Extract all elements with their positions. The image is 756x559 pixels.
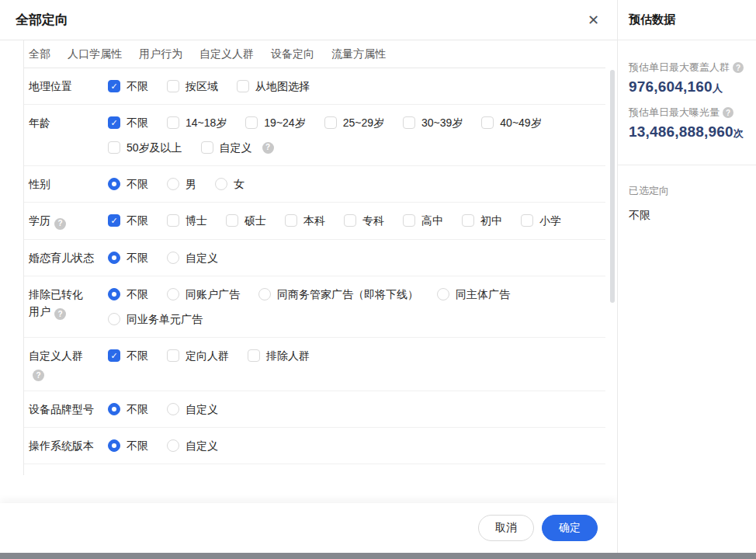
checked-checkbox-icon[interactable]: ✓ xyxy=(108,214,120,227)
tab-device-targeting[interactable]: 设备定向 xyxy=(271,47,314,61)
os-version-option-1[interactable]: 自定义 xyxy=(167,437,218,454)
network-type-option-5[interactable]: 2G xyxy=(385,474,418,475)
radio-icon[interactable] xyxy=(167,178,179,190)
os-version-option-0[interactable]: 不限 xyxy=(108,437,148,454)
checkbox-icon[interactable] xyxy=(344,214,356,227)
tab-user-behavior[interactable]: 用户行为 xyxy=(139,47,182,61)
help-icon-metric-daily-max-reach[interactable]: ? xyxy=(733,62,744,73)
gender-option-2[interactable]: 女 xyxy=(215,175,244,193)
age-option-1[interactable]: 14~18岁 xyxy=(167,114,227,131)
option-label: 14~18岁 xyxy=(186,114,227,131)
education-option-0[interactable]: ✓不限 xyxy=(108,212,148,229)
network-type-option-1[interactable]: Wi-Fi xyxy=(167,474,211,475)
checkbox-icon[interactable] xyxy=(521,214,533,227)
checked-checkbox-icon[interactable]: ✓ xyxy=(108,80,120,92)
help-icon-custom-audience[interactable]: ? xyxy=(33,370,44,381)
checkbox-icon[interactable] xyxy=(108,141,120,154)
age-option-2[interactable]: 19~24岁 xyxy=(245,114,305,131)
exclude-converted-users-option-0[interactable]: 不限 xyxy=(108,286,148,303)
network-type-option-2[interactable]: 5G xyxy=(230,474,263,475)
exclude-converted-users-option-2[interactable]: 同商务管家广告（即将下线） xyxy=(258,286,418,303)
network-type-option-3[interactable]: 4G xyxy=(281,474,314,475)
radio-icon[interactable] xyxy=(167,439,179,452)
tab-custom-audience[interactable]: 自定义人群 xyxy=(199,47,254,61)
checkbox-icon[interactable] xyxy=(403,214,415,227)
checkbox-icon[interactable] xyxy=(167,116,179,129)
checked-radio-icon[interactable] xyxy=(108,178,120,190)
marriage-parenting-option-1[interactable]: 自定义 xyxy=(167,249,218,266)
custom-audience-option-0[interactable]: ✓不限 xyxy=(108,347,148,364)
close-icon[interactable]: ✕ xyxy=(588,13,599,27)
checkbox-icon[interactable] xyxy=(201,141,213,154)
radio-icon[interactable] xyxy=(215,178,227,190)
education-option-2[interactable]: 硕士 xyxy=(226,212,266,229)
marriage-parenting-option-0[interactable]: 不限 xyxy=(108,249,148,266)
tab-traffic-attributes[interactable]: 流量方属性 xyxy=(331,47,386,61)
network-type-option-0[interactable]: ✓不限 xyxy=(108,474,148,475)
checkbox-icon[interactable] xyxy=(462,214,474,227)
network-type-option-4[interactable]: 3G xyxy=(333,474,366,475)
option-label: 硕士 xyxy=(244,212,266,229)
help-icon-metric-daily-max-impressions[interactable]: ? xyxy=(723,107,733,118)
checked-checkbox-icon[interactable]: ✓ xyxy=(108,116,120,129)
checkbox-icon[interactable] xyxy=(237,80,249,92)
checkbox-icon[interactable] xyxy=(167,214,179,227)
option-label: 2G xyxy=(404,474,418,475)
option-label: 不限 xyxy=(127,347,148,364)
age-option-0[interactable]: ✓不限 xyxy=(108,114,148,131)
checkbox-icon[interactable] xyxy=(167,349,179,362)
cancel-button[interactable]: 取消 xyxy=(478,515,534,541)
custom-audience-option-2[interactable]: 排除人群 xyxy=(248,347,310,364)
education-option-7[interactable]: 小学 xyxy=(521,212,561,229)
radio-icon[interactable] xyxy=(437,288,449,300)
tab-all[interactable]: 全部 xyxy=(29,47,50,61)
checkbox-icon[interactable] xyxy=(226,214,238,227)
exclude-converted-users-option-3[interactable]: 同主体广告 xyxy=(437,286,510,303)
checked-radio-icon[interactable] xyxy=(108,288,120,300)
education-option-1[interactable]: 博士 xyxy=(167,212,207,229)
help-icon-age-option-7[interactable]: ? xyxy=(262,142,274,154)
geo-location-option-1[interactable]: 按区域 xyxy=(167,78,218,95)
checkbox-icon[interactable] xyxy=(285,214,297,227)
education-option-5[interactable]: 高中 xyxy=(403,212,443,229)
radio-icon[interactable] xyxy=(167,288,179,300)
help-icon-education[interactable]: ? xyxy=(54,218,66,230)
help-icon-exclude-converted-users[interactable]: ? xyxy=(54,308,66,320)
custom-audience-option-1[interactable]: 定向人群 xyxy=(167,347,229,364)
option-label: 不限 xyxy=(127,114,148,131)
checkbox-icon[interactable] xyxy=(245,116,258,129)
checkbox-icon[interactable] xyxy=(403,116,415,129)
age-option-3[interactable]: 25~29岁 xyxy=(324,114,384,131)
education-option-4[interactable]: 专科 xyxy=(344,212,384,229)
device-brand-model-option-1[interactable]: 自定义 xyxy=(167,401,218,418)
checked-radio-icon[interactable] xyxy=(108,439,120,452)
confirm-button[interactable]: 确定 xyxy=(542,515,598,541)
checked-radio-icon[interactable] xyxy=(108,252,120,264)
checkbox-icon[interactable] xyxy=(167,80,179,92)
checkbox-icon[interactable] xyxy=(248,349,260,362)
age-option-7[interactable]: 自定义? xyxy=(201,139,274,156)
scrollbar-thumb[interactable] xyxy=(610,70,615,303)
device-brand-model-option-0[interactable]: 不限 xyxy=(108,401,148,418)
age-option-6[interactable]: 50岁及以上 xyxy=(108,139,182,156)
row-label-custom-audience: 自定义人群 ? xyxy=(29,347,99,382)
checkbox-icon[interactable] xyxy=(324,116,337,129)
education-option-6[interactable]: 初中 xyxy=(462,212,502,229)
radio-icon[interactable] xyxy=(167,252,179,264)
exclude-converted-users-option-1[interactable]: 同账户广告 xyxy=(167,286,240,303)
exclude-converted-users-option-4[interactable]: 同业务单元广告 xyxy=(108,311,203,328)
education-option-3[interactable]: 本科 xyxy=(285,212,325,229)
age-option-5[interactable]: 40~49岁 xyxy=(481,114,541,131)
checked-radio-icon[interactable] xyxy=(108,403,120,415)
checkbox-icon[interactable] xyxy=(481,116,494,129)
radio-icon[interactable] xyxy=(167,403,179,415)
gender-option-0[interactable]: 不限 xyxy=(108,175,148,193)
age-option-4[interactable]: 30~39岁 xyxy=(403,114,463,131)
tab-demographics[interactable]: 人口学属性 xyxy=(68,47,122,61)
gender-option-1[interactable]: 男 xyxy=(167,175,196,193)
radio-icon[interactable] xyxy=(258,288,271,300)
geo-location-option-2[interactable]: 从地图选择 xyxy=(237,78,310,95)
radio-icon[interactable] xyxy=(108,313,120,325)
geo-location-option-0[interactable]: ✓不限 xyxy=(108,78,148,95)
checked-checkbox-icon[interactable]: ✓ xyxy=(108,349,120,362)
